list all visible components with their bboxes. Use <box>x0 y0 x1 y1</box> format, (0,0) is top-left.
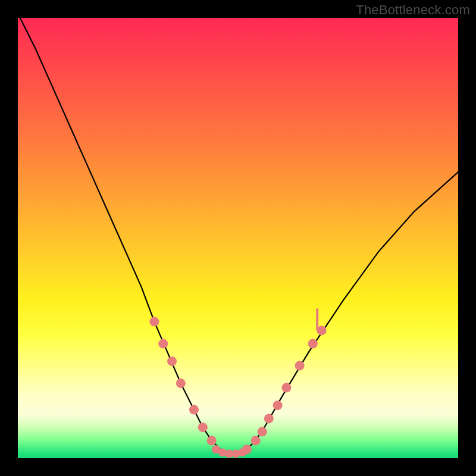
svg-point-2 <box>167 356 177 366</box>
svg-point-11 <box>273 400 283 410</box>
chart-frame: TheBottleneck.com <box>0 0 476 476</box>
curve-markers <box>149 308 326 458</box>
bottleneck-curve <box>18 18 458 458</box>
attribution-label: TheBottleneck.com <box>356 2 470 18</box>
svg-point-8 <box>251 436 261 445</box>
svg-point-13 <box>295 361 305 371</box>
svg-point-10 <box>264 414 274 423</box>
svg-point-9 <box>258 427 267 437</box>
svg-point-6 <box>207 436 217 445</box>
svg-point-1 <box>158 339 168 349</box>
curve-line <box>18 14 458 454</box>
svg-point-20 <box>238 448 246 456</box>
plot-area <box>18 18 458 458</box>
svg-point-0 <box>149 317 159 327</box>
svg-point-14 <box>308 339 318 349</box>
svg-point-3 <box>176 378 186 388</box>
svg-rect-21 <box>316 308 318 330</box>
svg-point-12 <box>281 383 291 393</box>
svg-point-4 <box>189 405 199 415</box>
svg-point-5 <box>198 422 208 432</box>
